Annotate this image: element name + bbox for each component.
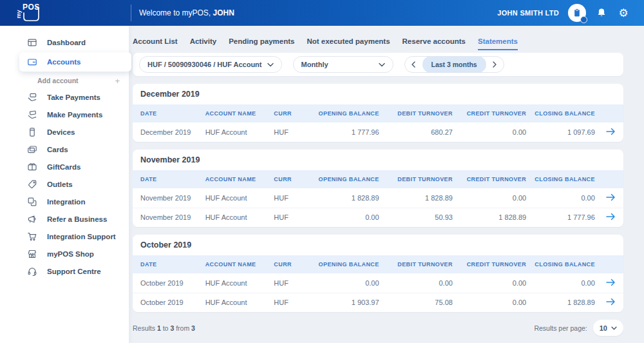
sidebar-item-refer-a-business[interactable]: Refer a Business <box>0 210 129 228</box>
cell: December 2019 <box>133 122 202 142</box>
cell: October 2019 <box>133 273 202 293</box>
range-next-button[interactable] <box>486 57 504 72</box>
take-payments-icon <box>27 92 37 103</box>
sidebar-item-outlets[interactable]: Outlets <box>0 175 129 193</box>
column-header: CURR <box>270 255 309 273</box>
column-header: CREDIT TURNOVER <box>457 170 530 188</box>
sidebar-item-label: Refer a Business <box>47 215 107 223</box>
integration-support-icon <box>27 231 37 242</box>
cell: 1 828.89 <box>383 188 457 208</box>
period-select[interactable]: Monthly <box>293 56 393 73</box>
sidebar-item-label: Take Payments <box>47 93 100 101</box>
sidebar-item-devices[interactable]: Devices <box>0 123 129 141</box>
devices-icon <box>27 127 37 137</box>
cell: 1 828.89 <box>530 293 599 312</box>
tab-account-list[interactable]: Account List <box>133 37 178 50</box>
statement-section-october-2019: October 2019DATEACCOUNT NAMECURROPENING … <box>133 235 623 312</box>
column-header: CLOSING BALANCE <box>530 104 599 122</box>
sidebar-item-make-payments[interactable]: Make Payments <box>0 106 129 123</box>
sidebar-item-cards[interactable]: Cards <box>0 141 129 158</box>
statement-table: DATEACCOUNT NAMECURROPENING BALANCEDEBIT… <box>133 170 623 227</box>
section-title: October 2019 <box>133 235 623 255</box>
statement-row: November 2019HUF AccountHUF1 828.891 828… <box>133 188 623 208</box>
column-header: ACCOUNT NAME <box>202 104 270 122</box>
plus-icon: + <box>115 76 120 86</box>
column-header: CURR <box>270 170 309 188</box>
statement-row: December 2019HUF AccountHUF1 777.96680.2… <box>133 122 623 142</box>
outlets-icon <box>27 179 37 190</box>
arrow-right-icon <box>605 278 616 287</box>
sidebar-item-support-centre[interactable]: Support Centre <box>0 262 129 280</box>
sidebar-item-label: Cards <box>47 146 68 153</box>
tab-statements[interactable]: Statements <box>478 37 518 50</box>
sidebar-item-integration-support[interactable]: Integration Support <box>0 228 129 245</box>
sidebar-item-take-payments[interactable]: Take Payments <box>0 88 129 106</box>
account-select[interactable]: HUF / 50090930046 / HUF Account <box>139 56 282 73</box>
make-payments-icon <box>27 110 37 120</box>
tab-activity[interactable]: Activity <box>190 37 217 50</box>
column-header: OPENING BALANCE <box>309 255 383 273</box>
statement-row: November 2019HUF AccountHUF0.0050.931 82… <box>133 208 623 227</box>
arrow-right-icon <box>605 127 616 136</box>
statement-table: DATEACCOUNT NAMECURROPENING BALANCEDEBIT… <box>133 104 623 142</box>
per-page-select[interactable]: 10 <box>593 320 623 336</box>
support-icon <box>27 266 37 277</box>
section-title: November 2019 <box>133 150 623 170</box>
column-header: CLOSING BALANCE <box>530 255 599 273</box>
results-footer: Results 1 to 3 from 3 Results per page: … <box>133 320 623 336</box>
sidebar-item-label: Make Payments <box>47 111 102 119</box>
chevron-down-icon <box>379 63 385 67</box>
cell: HUF <box>270 273 309 293</box>
cell: HUF Account <box>202 293 270 312</box>
column-header: DEBIT TURNOVER <box>383 170 457 188</box>
chevron-down-icon <box>267 63 274 67</box>
date-range-control: Last 3 months <box>404 56 504 73</box>
statement-row: October 2019HUF AccountHUF1 903.9775.080… <box>133 293 623 312</box>
giftcards-icon <box>27 162 37 172</box>
arrow-right-icon <box>605 212 616 221</box>
row-detail-arrow[interactable] <box>605 297 616 306</box>
cell: HUF Account <box>202 273 270 293</box>
cell: November 2019 <box>133 208 202 227</box>
sidebar-item-integration[interactable]: Integration <box>0 193 129 210</box>
settings-button[interactable]: ⚙ <box>617 6 630 19</box>
arrow-right-icon <box>605 297 616 306</box>
cell: HUF Account <box>202 122 270 142</box>
sidebar-item-mypos-shop[interactable]: myPOS Shop <box>0 245 129 262</box>
account-avatar[interactable] <box>568 4 586 22</box>
top-bar: POS my Welcome to myPOS, JOHN JOHN SMITH… <box>0 0 644 26</box>
per-page-label: Results per page: <box>534 324 587 332</box>
sidebar-item-label: Integration Support <box>47 233 116 240</box>
sidebar-item-dashboard[interactable]: Dashboard <box>0 34 129 51</box>
results-count: Results 1 to 3 from 3 <box>133 324 195 332</box>
column-header: OPENING BALANCE <box>309 104 383 122</box>
mypos-logo[interactable]: POS my <box>17 2 43 24</box>
cell: 0.00 <box>383 273 457 293</box>
tab-pending-payments[interactable]: Pending payments <box>229 37 294 50</box>
notifications-button[interactable] <box>595 6 608 19</box>
column-header: ACCOUNT NAME <box>202 255 270 273</box>
row-detail-arrow[interactable] <box>605 278 616 287</box>
tab-reserve-accounts[interactable]: Reserve accounts <box>402 37 466 50</box>
row-detail-arrow[interactable] <box>605 127 616 136</box>
sidebar-item-accounts[interactable]: Accounts <box>19 52 131 72</box>
clipboard-icon <box>572 8 582 18</box>
statement-section-november-2019: November 2019DATEACCOUNT NAMECURROPENING… <box>133 150 623 227</box>
sidebar-item-giftcards[interactable]: GiftCards <box>0 158 129 175</box>
cell: 0.00 <box>457 273 530 293</box>
welcome-text: Welcome to myPOS, JOHN <box>139 8 234 17</box>
range-prev-button[interactable] <box>405 57 422 72</box>
row-detail-arrow[interactable] <box>605 193 616 202</box>
column-header: OPENING BALANCE <box>309 170 383 188</box>
row-detail-arrow[interactable] <box>605 212 616 221</box>
column-header: CURR <box>270 104 309 122</box>
company-name: JOHN SMITH LTD <box>497 9 559 17</box>
cell: 1 777.96 <box>530 208 599 227</box>
tab-not-executed-payments[interactable]: Not executed payments <box>307 37 390 50</box>
gear-icon: ⚙ <box>618 8 628 19</box>
cell: 0.00 <box>457 293 530 312</box>
column-header: DEBIT TURNOVER <box>383 104 457 122</box>
sidebar-item-add-account[interactable]: Add account+ <box>0 73 129 88</box>
column-header: DATE <box>133 104 202 122</box>
cell: HUF Account <box>202 208 270 227</box>
